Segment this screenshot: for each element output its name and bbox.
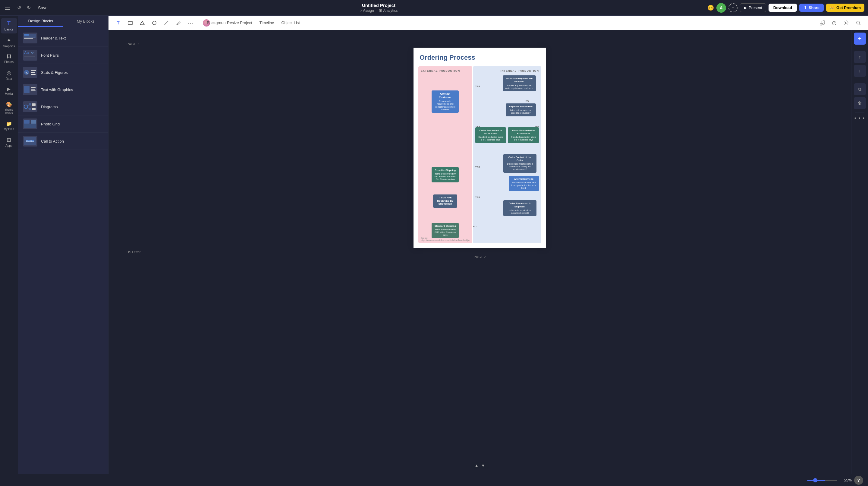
svg-rect-15 [31,90,36,91]
more-tools[interactable]: ⋯ [186,18,195,28]
panel-item-text-graphics[interactable]: Text with Graphics [18,81,108,98]
tab-my-blocks[interactable]: My Blocks [63,16,108,27]
font-pairs-thumb: Aa Aa [23,50,37,61]
svg-rect-12 [24,86,30,93]
alternation-node: Alternation/Redo Products will be sent b… [509,176,539,191]
page-navigator: ▲ ▼ [471,462,489,469]
svg-point-33 [820,24,822,25]
svg-line-43 [859,24,861,25]
zoom-control: 55% [807,478,852,482]
panel-item-photo-grid[interactable]: Photo Grid [18,116,108,133]
background-button[interactable]: Background [213,18,222,28]
svg-line-40 [834,22,835,23]
download-button[interactable]: Download [769,4,797,12]
undo-button[interactable]: ↺ [14,3,24,12]
apps-icon: ⊞ [7,136,11,143]
svg-rect-11 [31,74,36,75]
sidebar-item-theme-colors[interactable]: 🎨 Theme Colors [1,99,17,117]
svg-rect-9 [31,70,36,71]
svg-rect-25 [24,124,36,128]
toolbar-canvas-wrapper: T ⋯ Background Resi [108,16,868,474]
svg-rect-22 [32,108,36,110]
panel-tabs: Design Blocks My Blocks [18,16,108,27]
add-block-button[interactable]: + [854,33,866,44]
share-icon: ⬆ [804,5,807,10]
tab-design-blocks[interactable]: Design Blocks [18,16,63,27]
search-icon[interactable] [854,18,863,28]
resize-project-button[interactable]: Resize Project [224,18,255,28]
line-tool[interactable] [161,18,171,28]
rectangle-tool[interactable] [125,18,135,28]
timeline-button[interactable]: Timeline [257,18,277,28]
panel-item-font-pairs[interactable]: Aa Aa Font Pairs [18,47,108,64]
save-button[interactable]: Save [36,4,50,11]
svg-point-41 [845,22,847,24]
yes-label-3: YES [475,166,480,169]
page-nav-down[interactable]: ▼ [481,463,485,468]
redo-button[interactable]: ↻ [24,3,33,12]
panel-item-header-text[interactable]: Header & Text [18,30,108,47]
panel-item-stats-figures[interactable]: % Stats & Figures [18,64,108,81]
add-collaborator-button[interactable]: + [728,3,738,12]
emoji-button[interactable]: 😊 [707,4,714,11]
right-panel-sep-1 [855,48,864,48]
svg-rect-24 [31,120,36,124]
sidebar-item-photos[interactable]: 🖼 Photos [1,52,17,66]
sidebar-item-graphics[interactable]: ✦ Graphics [1,35,17,50]
share-button[interactable]: ⬆ Share [799,4,824,12]
panel-item-diagrams[interactable]: Diagrams [18,98,108,116]
help-button[interactable]: ? [854,476,863,485]
delete-button[interactable]: 🗑 [854,97,866,109]
svg-line-37 [822,21,824,21]
music-icon[interactable] [817,18,827,28]
circle-tool[interactable] [150,18,159,28]
graphics-icon: ✦ [7,37,11,44]
page-1-container[interactable]: Ordering Process EXTERNAL PRODUCTION Con… [413,48,546,248]
right-panel-sep-3 [855,112,864,113]
svg-text:Click Here: Click Here [26,140,34,142]
svg-rect-13 [31,87,36,88]
menu-icon[interactable] [4,4,12,12]
present-button[interactable]: ▶ Present [740,3,766,12]
stats-figures-label: Stats & Figures [41,70,68,75]
zoom-slider[interactable] [807,480,837,481]
page-nav-up[interactable]: ▲ [474,463,478,468]
data-icon: ◎ [7,70,11,76]
sidebar-item-apps[interactable]: ⊞ Apps [1,134,17,150]
analytics-icon: ▣ [379,8,382,13]
pen-tool[interactable] [174,18,183,28]
order-control-node: Order Control of the Order Do products m… [503,154,536,173]
assign-link[interactable]: ○ Assign [360,8,374,13]
theme-colors-label: Theme Colors [2,108,16,115]
items-received-box: ITEMS ARE RECEIVED BY CUSTOMER [433,194,457,207]
avatar-button[interactable]: A [716,3,726,13]
timer-icon[interactable] [830,18,839,28]
svg-rect-10 [31,72,35,73]
project-title-area: Untitled Project ○ Assign ▣ Analytics [53,3,705,13]
premium-button[interactable]: 👑 Get Premium [826,4,864,12]
panel-item-call-to-action[interactable]: Click Here Call to Action [18,133,108,150]
project-title[interactable]: Untitled Project [362,3,396,8]
move-up-button[interactable]: ↑ [854,51,866,63]
sidebar-item-media[interactable]: ▶ Media [1,84,17,98]
photos-icon: 🖼 [7,54,11,59]
more-options-dots[interactable]: • • • [855,116,865,121]
theme-colors-icon: 🎨 [6,101,12,107]
canvas-scroll[interactable]: PAGE 1 Ordering Process EXTERNAL PRODUCT… [108,30,851,474]
present-icon: ▶ [744,5,747,10]
svg-rect-29 [128,22,132,24]
analytics-link[interactable]: ▣ Analytics [379,8,398,13]
settings-icon[interactable] [841,18,851,28]
move-down-button[interactable]: ↓ [854,65,866,77]
sidebar-item-my-files[interactable]: 📁 My Files [1,119,17,133]
text-tool[interactable]: T [113,18,123,28]
sidebar-item-basics[interactable]: T Basics [1,18,17,33]
contact-customer-node: Contact Customer Review order requiremen… [432,90,459,113]
svg-rect-1 [24,34,29,36]
main-layout: T Basics ✦ Graphics 🖼 Photos ◎ Data ▶ Me… [0,16,868,474]
duplicate-button[interactable]: ⧉ [854,83,866,95]
my-files-label: My Files [4,127,14,131]
triangle-tool[interactable] [137,18,147,28]
sidebar-item-data[interactable]: ◎ Data [1,67,17,83]
object-list-button[interactable]: Object List [279,18,302,28]
